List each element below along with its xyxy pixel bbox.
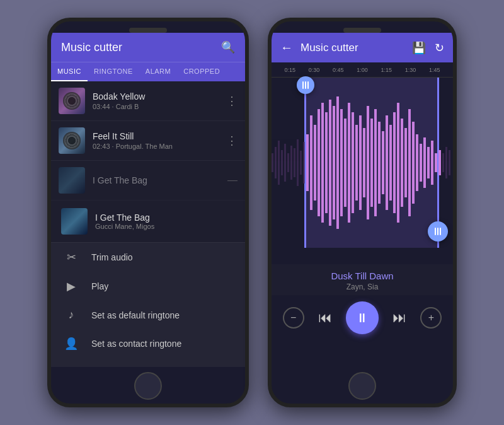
svg-rect-0 xyxy=(272,153,273,172)
menu-item-label: Play xyxy=(91,281,108,291)
svg-rect-8 xyxy=(297,139,299,186)
svg-rect-3 xyxy=(281,150,283,175)
waveform-area[interactable] xyxy=(272,78,453,248)
track-title: Dusk Till Dawn xyxy=(272,271,453,281)
svg-rect-19 xyxy=(336,96,339,229)
svg-rect-2 xyxy=(278,141,280,185)
context-menu: I Get The Bag Gucci Mane, Migos ✂ Trim a… xyxy=(51,201,245,367)
song-thumbnail xyxy=(59,88,85,114)
menu-set-contact-ringtone[interactable]: 👤 Set as contact ringtone xyxy=(51,329,245,358)
tab-cropped[interactable]: CROPPED xyxy=(177,62,226,81)
minus-button[interactable]: − xyxy=(283,307,304,329)
more-options-icon[interactable]: ⋮ xyxy=(226,134,238,148)
menu-item-label: Set as default ringtone xyxy=(91,310,180,320)
right-screen: ← Music cutter 💾 ↻ 0:15 0:30 0:45 1:00 1… xyxy=(272,33,453,367)
svg-rect-12 xyxy=(310,115,312,210)
tab-alarm[interactable]: ALARM xyxy=(139,62,177,81)
handle-bar xyxy=(437,228,438,235)
svg-rect-31 xyxy=(382,131,384,194)
search-icon[interactable]: 🔍 xyxy=(221,40,235,54)
context-thumbnail xyxy=(61,208,88,235)
svg-rect-35 xyxy=(397,103,399,223)
refresh-icon[interactable]: ↻ xyxy=(435,41,444,55)
svg-rect-30 xyxy=(378,122,381,204)
tab-music[interactable]: MUSIC xyxy=(51,62,88,81)
list-item[interactable]: Bodak Yellow 03:44 · Cardi B ⋮ xyxy=(51,81,245,121)
play-icon: ▶ xyxy=(64,279,79,293)
svg-rect-10 xyxy=(303,142,305,183)
handle-bar xyxy=(435,228,436,235)
minus-icon: − xyxy=(290,312,296,323)
svg-rect-48 xyxy=(445,147,447,178)
play-pause-button[interactable]: ⏸ xyxy=(346,301,379,334)
svg-rect-39 xyxy=(412,122,415,204)
play-head-handle[interactable] xyxy=(297,76,314,94)
player-controls: − ⏮ ⏸ ⏭ + xyxy=(272,295,453,343)
drag-icon: — xyxy=(227,175,238,186)
context-song-meta: Gucci Mane, Migos xyxy=(95,223,154,230)
menu-item-label: Set as contact ringtone xyxy=(91,339,181,349)
left-screen: Music cutter 🔍 MUSIC RINGTONE ALARM CROP… xyxy=(51,33,245,367)
svg-rect-27 xyxy=(367,106,369,219)
timeline: 0:15 0:30 0:45 1:00 1:15 1:30 1:45 xyxy=(272,62,453,78)
list-item[interactable]: Feel It Still 02:43 · Portugal. The Man … xyxy=(51,121,245,161)
tab-ringtone[interactable]: RINGTONE xyxy=(88,62,139,81)
menu-play[interactable]: ▶ Play xyxy=(51,272,245,301)
song-meta: 02:43 · Portugal. The Man xyxy=(93,143,226,150)
contact-icon: 👤 xyxy=(64,337,79,351)
svg-rect-16 xyxy=(325,112,328,213)
svg-rect-24 xyxy=(355,125,358,201)
share-icon: ↗ xyxy=(64,366,79,367)
waveform-container[interactable]: 0:15 0:30 0:45 1:00 1:15 1:30 1:45 xyxy=(272,62,453,264)
right-app-title: Music cutter xyxy=(301,42,404,54)
context-song-title: I Get The Bag xyxy=(95,212,154,223)
svg-rect-21 xyxy=(344,119,346,207)
menu-set-default-ringtone[interactable]: ♪ Set as default ringtone xyxy=(51,301,245,329)
menu-item-label: Trim audio xyxy=(91,252,133,262)
prev-button[interactable]: ⏮ xyxy=(314,306,336,329)
svg-rect-33 xyxy=(389,125,392,201)
svg-rect-41 xyxy=(420,144,422,182)
svg-rect-26 xyxy=(363,128,365,197)
handle-bar xyxy=(440,228,441,235)
song-meta: 03:44 · Cardi B xyxy=(93,103,226,110)
svg-rect-25 xyxy=(359,115,362,210)
right-phone: ← Music cutter 💾 ↻ 0:15 0:30 0:45 1:00 1… xyxy=(268,18,457,407)
svg-rect-15 xyxy=(321,103,324,223)
svg-rect-29 xyxy=(374,109,377,216)
svg-rect-40 xyxy=(416,134,418,191)
svg-rect-34 xyxy=(393,112,396,213)
waveform-svg xyxy=(272,90,453,235)
svg-rect-13 xyxy=(314,125,316,201)
time-mark: 1:30 xyxy=(398,67,422,73)
back-button[interactable]: ← xyxy=(280,40,293,55)
next-button[interactable]: ⏭ xyxy=(388,306,411,329)
svg-rect-28 xyxy=(370,119,373,207)
song-title: Feel It Still xyxy=(93,131,226,141)
time-mark: 1:45 xyxy=(423,67,447,73)
song-title: I Get The Bag xyxy=(93,175,227,185)
context-header: I Get The Bag Gucci Mane, Migos xyxy=(51,201,245,243)
menu-trim-audio[interactable]: ✂ Trim audio xyxy=(51,243,245,272)
svg-rect-36 xyxy=(401,119,403,207)
svg-rect-37 xyxy=(404,128,407,197)
svg-rect-17 xyxy=(329,100,331,226)
svg-rect-6 xyxy=(290,146,292,180)
time-mark: 0:45 xyxy=(326,67,350,73)
more-options-icon[interactable]: ⋮ xyxy=(226,94,238,108)
pause-icon: ⏸ xyxy=(356,311,369,325)
svg-rect-7 xyxy=(294,148,295,177)
svg-rect-44 xyxy=(431,141,433,185)
right-app-bar: ← Music cutter 💾 ↻ xyxy=(272,33,453,62)
ringtone-icon: ♪ xyxy=(64,308,79,322)
menu-share[interactable]: ↗ Share xyxy=(51,358,245,367)
save-icon[interactable]: 💾 xyxy=(412,41,426,55)
app-title: Music cutter xyxy=(61,41,122,54)
svg-rect-46 xyxy=(438,150,441,175)
plus-button[interactable]: + xyxy=(420,307,442,329)
svg-rect-32 xyxy=(386,115,388,210)
now-playing: Dusk Till Dawn Zayn, Sia xyxy=(272,264,453,295)
end-handle[interactable] xyxy=(428,221,448,242)
svg-rect-4 xyxy=(284,144,286,182)
handle-bar xyxy=(302,81,304,89)
